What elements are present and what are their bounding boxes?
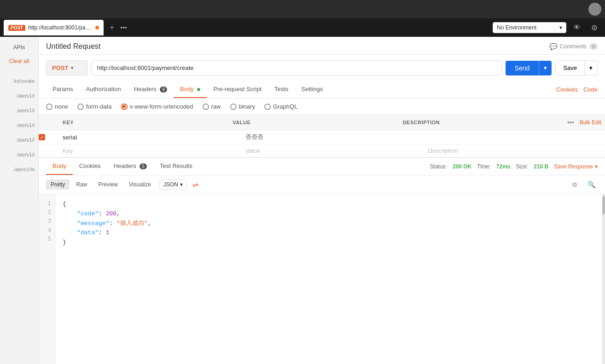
wrap-icon[interactable]: ⇌ <box>192 180 198 189</box>
tab-method-badge: POST <box>8 25 25 31</box>
tab-authorization[interactable]: Authorization <box>80 81 128 98</box>
response-actions: ⧉ 🔍 <box>568 178 598 191</box>
table-header: KEY VALUE DESCRIPTION ••• Bulk Edit <box>39 115 605 130</box>
row-value[interactable]: 否否否 <box>240 130 423 144</box>
sidebar-item-3[interactable]: /ate/v1/l <box>0 118 38 133</box>
tab-headers[interactable]: Headers 9 <box>128 81 174 98</box>
resp-tab-test-results[interactable]: Test Results <box>153 158 199 175</box>
response-section: Body Cookies Headers 5 Test Results Stat… <box>39 157 605 364</box>
save-response-button[interactable]: Save Response ▾ <box>554 163 598 170</box>
empty-value-input[interactable]: Value <box>240 144 423 157</box>
sidebar-item-4[interactable]: /ate/v1/l <box>0 133 38 147</box>
sidebar-item-0[interactable]: /nt/create <box>0 74 38 88</box>
code-line-2: "code": 200, <box>63 209 595 219</box>
status-value: 200 OK <box>453 163 471 170</box>
sidebar-item-6[interactable]: /ate/v1/lo <box>0 162 38 177</box>
cookies-link[interactable]: Cookies <box>556 81 578 98</box>
empty-table-row: Key Value Description <box>39 144 605 157</box>
resp-tab-cookies[interactable]: Cookies <box>73 158 107 175</box>
search-button[interactable]: 🔍 <box>585 178 598 191</box>
radio-graphql[interactable]: GraphQL <box>264 103 297 110</box>
method-dropdown-arrow: ▾ <box>71 65 73 70</box>
url-input[interactable] <box>91 60 502 75</box>
body-type-options: none form-data x-www-form-urlencoded raw… <box>39 98 605 115</box>
request-panel: Untitled Request 💬 Comments 0 POST ▾ Sen… <box>39 37 605 364</box>
radio-dot-urlencoded <box>122 105 126 108</box>
bulk-edit-button[interactable]: Bulk Edit <box>580 119 601 126</box>
format-pretty-button[interactable]: Pretty <box>46 179 70 190</box>
response-format-bar: Pretty Raw Preview Visualize JSON ▾ ⇌ ⧉ … <box>39 175 605 194</box>
radio-raw[interactable]: raw <box>203 103 221 110</box>
tab-settings[interactable]: Settings <box>295 81 329 98</box>
code-viewer: 1 2 3 4 5 { "code": 200, "message": "插入成… <box>39 194 605 364</box>
radio-circle-graphql <box>264 104 271 110</box>
format-raw-button[interactable]: Raw <box>71 179 92 190</box>
save-dropdown-button[interactable]: ▾ <box>585 60 598 75</box>
resp-tab-headers[interactable]: Headers 5 <box>107 158 153 175</box>
tab-more-button[interactable]: ••• <box>120 24 127 31</box>
radio-circle-raw <box>203 104 209 110</box>
sidebar-item-2[interactable]: /ate/v1/l <box>0 103 38 118</box>
tab-prerequest[interactable]: Pre-request Script <box>207 81 268 98</box>
tab-url: http://localhost:8001/payment... <box>28 24 93 31</box>
code-line-4: "data": 1 <box>63 228 595 238</box>
send-dropdown-button[interactable]: ▾ <box>539 61 552 75</box>
row-checkbox[interactable]: ✓ <box>39 134 57 140</box>
format-preview-button[interactable]: Preview <box>93 179 122 190</box>
checkbox-checked[interactable]: ✓ <box>39 134 45 140</box>
response-status-bar: Status: 200 OK Time: 72ms Size: 210 B Sa… <box>430 163 598 170</box>
response-tabs-bar: Body Cookies Headers 5 Test Results Stat… <box>39 158 605 175</box>
row-description[interactable] <box>422 134 605 140</box>
send-button[interactable]: Send <box>506 61 539 75</box>
top-bar <box>0 0 605 18</box>
request-tabs: Params Authorization Headers 9 Body Pre-… <box>39 81 605 98</box>
radio-circle-urlencoded <box>121 104 128 110</box>
radio-circle-none <box>46 104 52 110</box>
table-key-header: KEY <box>57 118 227 127</box>
environment-eye-icon[interactable]: 👁 <box>570 21 584 35</box>
comments-icon: 💬 <box>549 43 557 50</box>
sidebar-nav: /nt/create /ate/v1/l /ate/v1/l /ate/v1/l… <box>0 74 38 177</box>
method-selector[interactable]: POST ▾ <box>46 60 87 75</box>
sidebar-apis-label[interactable]: APIs <box>13 40 25 54</box>
table-actions-header: ••• Bulk Edit <box>567 119 605 126</box>
sidebar-item-5[interactable]: /ate/v1/l <box>0 147 38 162</box>
table-more-icon[interactable]: ••• <box>567 119 574 126</box>
tab-params[interactable]: Params <box>46 81 80 98</box>
environment-bar: No Environment ▾ 👁 ⚙ <box>493 21 601 35</box>
radio-binary[interactable]: binary <box>230 103 255 110</box>
empty-desc-input[interactable]: Description <box>422 144 605 157</box>
copy-button[interactable]: ⧉ <box>568 178 581 191</box>
code-line-1: { <box>63 200 595 209</box>
empty-key-input[interactable]: Key <box>57 144 240 157</box>
avatar <box>588 3 601 16</box>
radio-form-data[interactable]: form-data <box>77 103 112 110</box>
row-key[interactable]: serial <box>57 131 240 144</box>
comments-count: 0 <box>589 43 598 50</box>
format-visualize-button[interactable]: Visualize <box>124 179 156 190</box>
sidebar-item-1[interactable]: /ate/v1/l <box>0 88 38 103</box>
json-format-selector[interactable]: JSON ▾ <box>159 179 187 190</box>
request-header: Untitled Request 💬 Comments 0 <box>39 37 605 55</box>
tab-modified-dot <box>95 26 99 29</box>
new-tab-button[interactable]: + <box>105 21 118 34</box>
radio-none[interactable]: none <box>46 103 68 110</box>
sidebar-clear-all-button[interactable]: Clear all <box>7 54 31 68</box>
response-body: Pretty Raw Preview Visualize JSON ▾ ⇌ ⧉ … <box>39 175 605 364</box>
radio-urlencoded[interactable]: x-www-form-urlencoded <box>121 103 193 110</box>
tab-bar: POST http://localhost:8001/payment... + … <box>0 18 605 37</box>
code-link[interactable]: Code <box>583 81 598 98</box>
tab-tests[interactable]: Tests <box>268 81 295 98</box>
radio-circle-binary <box>230 104 237 110</box>
code-content[interactable]: { "code": 200, "message": "插入成功", "data"… <box>55 194 602 364</box>
settings-gear-icon[interactable]: ⚙ <box>588 21 601 35</box>
table-row: ✓ serial 否否否 <box>39 130 605 144</box>
request-tab[interactable]: POST http://localhost:8001/payment... <box>4 20 104 35</box>
environment-selector[interactable]: No Environment ▾ <box>493 22 566 33</box>
save-button[interactable]: Save <box>555 60 585 75</box>
tab-body[interactable]: Body <box>174 81 207 98</box>
resp-tab-body[interactable]: Body <box>46 158 73 175</box>
time-value: 72ms <box>496 163 511 170</box>
table-value-header: VALUE <box>227 118 397 127</box>
table-desc-header: DESCRIPTION <box>397 118 567 127</box>
